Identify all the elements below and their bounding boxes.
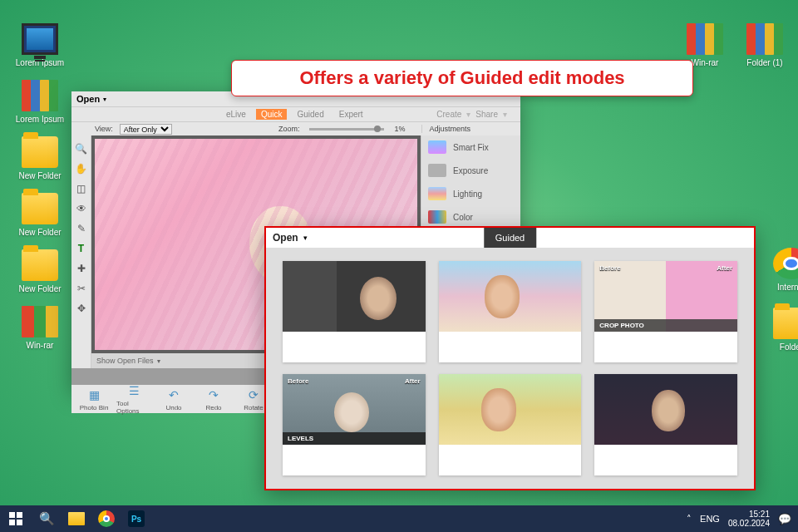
callout-banner: Offers a variety of Guided edit modes — [231, 60, 693, 96]
guided-grid: Before After CROP PHOTO Before After LEV… — [266, 248, 754, 489]
heal-tool-icon[interactable]: ✚ — [75, 262, 88, 275]
desktop-icon-folder[interactable]: New Folder — [13, 193, 66, 237]
zoom-slider[interactable] — [309, 128, 384, 131]
monitor-icon — [22, 23, 58, 55]
desktop-icon-binders[interactable]: Lorem Ipsum — [13, 80, 66, 124]
folder-icon — [22, 249, 58, 281]
view-label: View: — [95, 125, 113, 133]
tray-caret-icon[interactable]: ˄ — [687, 514, 692, 525]
guided-card[interactable] — [283, 261, 426, 362]
clock-date: 08.02.2024 — [728, 519, 770, 528]
menu-open[interactable]: Open — [76, 94, 100, 104]
card-title: CROP PHOTO — [594, 319, 737, 332]
mode-elive[interactable]: eLive — [221, 109, 251, 120]
zoom-tool-icon[interactable]: 🔍 — [75, 142, 88, 155]
adjustments-header: Adjustments — [421, 125, 470, 133]
callout-text: Offers a variety of Guided edit modes — [299, 67, 624, 89]
icon-label: Folder — [765, 342, 798, 352]
show-open-files[interactable]: Show Open Files — [96, 357, 154, 365]
zoom-label: Zoom: — [278, 125, 300, 133]
adj-smartfix[interactable]: Smart Fix — [421, 135, 520, 159]
chevron-down-icon[interactable]: ▾ — [303, 234, 308, 242]
eye-tool-icon[interactable]: 👁 — [75, 202, 88, 215]
language-indicator[interactable]: ENG — [700, 514, 720, 524]
guided-window: Open ▾ Guided Before After CROP PHOTO Be… — [264, 226, 756, 490]
notifications-icon[interactable]: 💬 — [778, 513, 791, 525]
brush-tool-icon[interactable]: ✎ — [75, 222, 88, 235]
icon-label: New Folder — [13, 171, 66, 180]
binders-icon — [746, 23, 783, 55]
start-button[interactable] — [0, 505, 32, 532]
redo-button[interactable]: ↷Redo — [196, 387, 231, 411]
clock[interactable]: 15:21 08.02.2024 — [728, 510, 770, 528]
zoom-value: 1% — [394, 125, 405, 133]
after-label: After — [405, 377, 421, 385]
guided-card-crop[interactable]: Before After CROP PHOTO — [594, 261, 737, 362]
guided-card-levels[interactable]: Before After LEVELS — [283, 374, 426, 475]
tooloptions-button[interactable]: ☰Tool Options — [116, 383, 151, 415]
search-button[interactable]: 🔍 — [35, 507, 58, 530]
file-explorer-button[interactable] — [65, 507, 88, 530]
desktop-icon-chrome[interactable]: Internet — [765, 248, 798, 292]
photoshop-button[interactable]: Ps — [125, 507, 148, 530]
icon-label: Folder (1) — [738, 58, 791, 67]
guided-card[interactable] — [439, 261, 582, 362]
chevron-down-icon[interactable]: ▾ — [103, 96, 106, 103]
chrome-icon — [773, 248, 798, 279]
card-thumb: Before After LEVELS — [283, 374, 426, 445]
folder-icon — [22, 136, 58, 168]
photobin-button[interactable]: ▦Photo Bin — [76, 387, 111, 411]
svg-rect-1 — [17, 512, 22, 518]
chrome-button[interactable] — [95, 507, 118, 530]
options-icon: ☰ — [126, 383, 141, 398]
menu-share[interactable]: Share — [475, 110, 498, 119]
guided-card[interactable] — [439, 374, 582, 475]
color-icon — [428, 210, 446, 224]
winrar-icon — [687, 23, 723, 55]
lighting-icon — [428, 187, 446, 200]
mode-quick[interactable]: Quick — [256, 109, 288, 120]
photoshop-icon: Ps — [128, 510, 145, 527]
desktop-icon-folder[interactable]: New Folder — [13, 249, 66, 293]
hand-tool-icon[interactable]: ✋ — [75, 162, 88, 175]
tab-guided[interactable]: Guided — [484, 228, 536, 248]
folder-icon — [773, 308, 798, 339]
desktop-icon-folder[interactable]: Folder (1) — [738, 23, 791, 67]
mode-guided[interactable]: Guided — [292, 109, 328, 120]
folder-icon — [22, 193, 58, 224]
mode-expert[interactable]: Expert — [334, 109, 368, 120]
undo-button[interactable]: ↶Undo — [156, 387, 191, 411]
guided-open[interactable]: Open — [273, 232, 298, 244]
desktop-icon-winrar[interactable]: Win-rar — [13, 306, 66, 350]
adj-color[interactable]: Color — [421, 205, 520, 229]
svg-rect-0 — [9, 512, 15, 518]
card-thumb — [439, 374, 582, 445]
move-tool-icon[interactable]: ✥ — [75, 302, 88, 315]
icon-label: Win-rar — [13, 341, 66, 350]
chrome-icon — [98, 510, 115, 527]
chevron-down-icon[interactable]: ▾ — [157, 357, 160, 365]
adj-exposure[interactable]: Exposure — [421, 159, 520, 182]
before-label: Before — [599, 264, 620, 272]
crop-tool-icon[interactable]: ✂ — [75, 282, 88, 295]
text-tool-icon[interactable]: T — [75, 242, 88, 255]
view-select[interactable]: After Only — [120, 124, 172, 135]
icon-label: Lorem Ipsum — [13, 58, 66, 67]
selection-tool-icon[interactable]: ◫ — [75, 182, 88, 195]
mode-bar: eLive Quick Guided Expert Create ▾ Share… — [71, 106, 520, 121]
desktop-icon-folder[interactable]: Folder — [765, 308, 798, 352]
adj-lighting[interactable]: Lighting — [421, 182, 520, 205]
windows-icon — [9, 512, 22, 525]
guided-card[interactable] — [594, 374, 737, 475]
undo-icon: ↶ — [166, 387, 181, 402]
gradient-icon — [428, 140, 446, 154]
menu-create[interactable]: Create — [436, 110, 461, 119]
icon-label: New Folder — [13, 228, 66, 237]
card-thumb — [283, 261, 426, 332]
icon-label: Internet — [765, 283, 798, 292]
rotate-icon: ⟳ — [246, 387, 261, 402]
svg-rect-3 — [17, 520, 22, 525]
desktop-icon-computer[interactable]: Lorem Ipsum — [13, 23, 66, 67]
desktop-icon-folder[interactable]: New Folder — [13, 136, 66, 180]
card-thumb: Before After CROP PHOTO — [594, 261, 737, 332]
